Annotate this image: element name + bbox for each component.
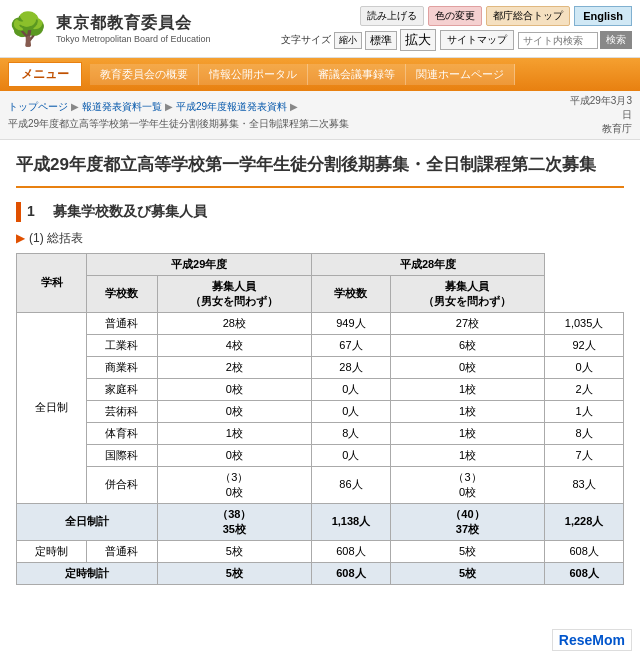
sub-kogyo: 工業科 — [87, 334, 157, 356]
teiji-h29-students: 608人 — [312, 540, 391, 562]
section-1-title: 1 募集学校数及び募集人員 — [27, 203, 207, 221]
h28-students-geijutsu: 1人 — [545, 400, 624, 422]
breadcrumb-home[interactable]: トップページ — [8, 100, 68, 114]
text-small-button[interactable]: 縮小 — [334, 32, 362, 49]
nav-link-0[interactable]: 教育委員会の概要 — [90, 64, 199, 85]
teiji-total-h28-schools: 5校 — [390, 562, 544, 584]
header: 🌳 東京都教育委員会 Tokyo Metropolitan Board of E… — [0, 0, 640, 58]
teiji-h28-students: 608人 — [545, 540, 624, 562]
th-h28: 平成28年度 — [312, 253, 545, 275]
table-row: 全日制 普通科 28校 949人 27校 1,035人 — [17, 312, 624, 334]
total-teiji-label: 定時制計 — [17, 562, 158, 584]
sitemap-button[interactable]: サイトマップ — [440, 30, 514, 50]
th-h29-students: 募集人員（男女を問わず） — [157, 275, 311, 312]
breadcrumb-year[interactable]: 平成29年度報道発表資料 — [176, 100, 287, 114]
h28-schools-geijutsu: 1校 — [390, 400, 544, 422]
h29-schools-futsu: 28校 — [157, 312, 311, 334]
table-row-total-zennichi: 全日制計 （38）35校 1,138人 （40）37校 1,228人 — [17, 503, 624, 540]
sub-geijutsu: 芸術科 — [87, 400, 157, 422]
nav-links: 教育委員会の概要 情報公開ポータル 審議会議事録等 関連ホームページ — [90, 64, 515, 85]
th-h28-students: 募集人員（男女を問わず） — [390, 275, 544, 312]
h29-schools-katei: 0校 — [157, 378, 311, 400]
h29-schools-taiiku: 1校 — [157, 422, 311, 444]
category-zennichi: 全日制 — [17, 312, 87, 503]
table-row: 国際科 0校 0人 1校 7人 — [17, 444, 624, 466]
h28-students-heigo: 83人 — [545, 466, 624, 503]
text-size-label: 文字サイズ 縮小 標準 拡大 — [281, 29, 436, 51]
h29-schools-heigo: （3）0校 — [157, 466, 311, 503]
sub-taiiku: 体育科 — [87, 422, 157, 444]
teiji-h29-schools: 5校 — [157, 540, 311, 562]
h29-schools-kogyo: 4校 — [157, 334, 311, 356]
search-input[interactable] — [518, 32, 598, 49]
h28-students-taiiku: 8人 — [545, 422, 624, 444]
h28-students-kokusai: 7人 — [545, 444, 624, 466]
category-teiji: 定時制 — [17, 540, 87, 562]
text-mid-button[interactable]: 標準 — [365, 31, 397, 50]
breadcrumb: トップページ ▶ 報道発表資料一覧 ▶ 平成29年度報道発表資料 ▶ 平成29年… — [8, 100, 568, 131]
table-row: 工業科 4校 67人 6校 92人 — [17, 334, 624, 356]
subsection-1: ▶ (1) 総括表 学科 平成29年度 平成28年度 学校数 募集人員（男女を問… — [16, 230, 624, 585]
nav-link-3[interactable]: 関連ホームページ — [406, 64, 515, 85]
table-row: 家庭科 0校 0人 1校 2人 — [17, 378, 624, 400]
logo-tree-icon: 🌳 — [8, 13, 48, 45]
total-h28-students: 1,228人 — [545, 503, 624, 540]
text-size-text: 文字サイズ — [281, 33, 331, 47]
sub-kokusai: 国際科 — [87, 444, 157, 466]
read-aloud-button[interactable]: 読み上げる — [360, 6, 424, 26]
text-large-button[interactable]: 拡大 — [400, 29, 436, 51]
logo-area: 🌳 東京都教育委員会 Tokyo Metropolitan Board of E… — [8, 13, 211, 45]
teiji-total-h28-students: 608人 — [545, 562, 624, 584]
sub-heigo: 併合科 — [87, 466, 157, 503]
triangle-icon: ▶ — [16, 231, 25, 245]
header-bottom-buttons: 文字サイズ 縮小 標準 拡大 サイトマップ 検索 — [281, 29, 632, 51]
total-h29-students: 1,138人 — [312, 503, 391, 540]
teiji-total-h29-schools: 5校 — [157, 562, 311, 584]
section-number: 1 — [27, 203, 35, 219]
total-zennichi-label: 全日制計 — [17, 503, 158, 540]
h29-students-futsu: 949人 — [312, 312, 391, 334]
h29-schools-shogyo: 2校 — [157, 356, 311, 378]
top-portal-button[interactable]: 都庁総合トップ — [486, 6, 570, 26]
search-area: 検索 — [518, 31, 632, 49]
sub-shogyo: 商業科 — [87, 356, 157, 378]
search-button[interactable]: 検索 — [600, 31, 632, 49]
table-row: 体育科 1校 8人 1校 8人 — [17, 422, 624, 444]
h29-students-taiiku: 8人 — [312, 422, 391, 444]
subsection-label: (1) 総括表 — [29, 230, 83, 247]
sub-futsu: 普通科 — [87, 312, 157, 334]
h29-students-kokusai: 0人 — [312, 444, 391, 466]
section-label: 募集学校数及び募集人員 — [53, 203, 207, 219]
dept-text: 教育庁 — [568, 122, 632, 136]
menu-button[interactable]: メニュー — [8, 62, 82, 87]
section-1-header: 1 募集学校数及び募集人員 — [16, 202, 624, 222]
h28-schools-futsu: 27校 — [390, 312, 544, 334]
h29-schools-kokusai: 0校 — [157, 444, 311, 466]
sub-teiji-futsu: 普通科 — [87, 540, 157, 562]
h29-students-geijutsu: 0人 — [312, 400, 391, 422]
subsection-title: ▶ (1) 総括表 — [16, 230, 624, 247]
h28-schools-taiiku: 1校 — [390, 422, 544, 444]
section-bar-icon — [16, 202, 21, 222]
th-subject: 学科 — [17, 253, 87, 312]
logo-en: Tokyo Metropolitan Board of Education — [56, 34, 211, 44]
h28-schools-heigo: （3）0校 — [390, 466, 544, 503]
english-button[interactable]: English — [574, 6, 632, 26]
header-right: 読み上げる 色の変更 都庁総合トップ English 文字サイズ 縮小 標準 拡… — [281, 6, 632, 51]
header-top-buttons: 読み上げる 色の変更 都庁総合トップ English — [360, 6, 632, 26]
table-row: 商業科 2校 28人 0校 0人 — [17, 356, 624, 378]
breadcrumb-current: 平成29年度都立高等学校第一学年生徒分割後期募集・全日制課程第二次募集 — [8, 117, 349, 131]
table-row: 定時制 普通科 5校 608人 5校 608人 — [17, 540, 624, 562]
nav-bar: メニュー 教育委員会の概要 情報公開ポータル 審議会議事録等 関連ホームページ — [0, 58, 640, 91]
th-h29: 平成29年度 — [87, 253, 312, 275]
h28-schools-kokusai: 1校 — [390, 444, 544, 466]
color-change-button[interactable]: 色の変更 — [428, 6, 482, 26]
nav-link-1[interactable]: 情報公開ポータル — [199, 64, 308, 85]
breadcrumb-list[interactable]: 報道発表資料一覧 — [82, 100, 162, 114]
h28-schools-kogyo: 6校 — [390, 334, 544, 356]
total-h28-schools: （40）37校 — [390, 503, 544, 540]
th-h28-schools: 学校数 — [312, 275, 391, 312]
main-content: 平成29年度都立高等学校第一学年生徒分割後期募集・全日制課程第二次募集 1 募集… — [0, 140, 640, 607]
nav-link-2[interactable]: 審議会議事録等 — [308, 64, 406, 85]
logo-jp: 東京都教育委員会 — [56, 13, 211, 34]
